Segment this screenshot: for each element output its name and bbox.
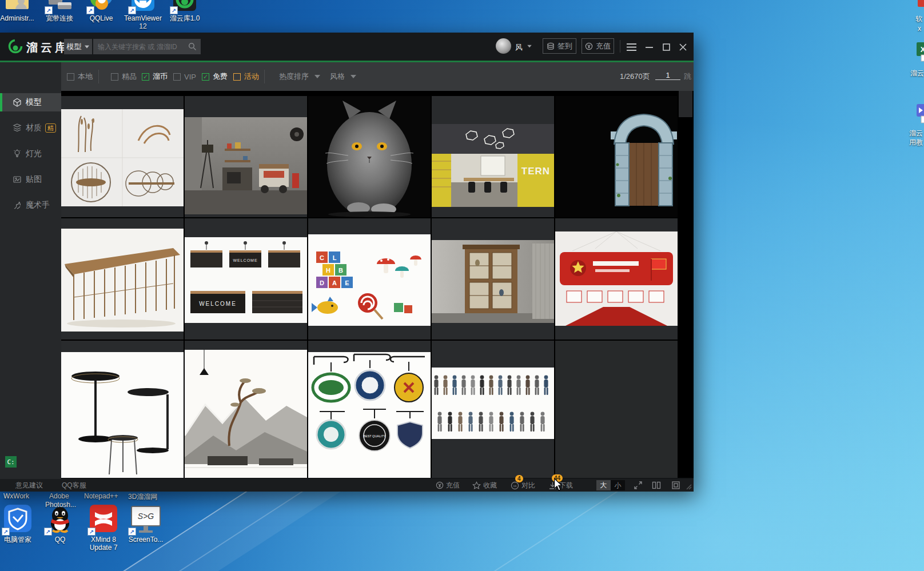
desktop-icon-broadband[interactable]: ↗ 宽带连接	[37, 0, 82, 22]
thumbnail-zen-landscape[interactable]	[185, 341, 307, 478]
filter-label: 活动	[244, 71, 259, 82]
sidebar-item-models[interactable]: 模型	[0, 93, 61, 111]
checkbox-icon[interactable]	[111, 73, 118, 81]
tutorial-file-icon	[917, 104, 924, 126]
avatar[interactable]	[496, 38, 511, 54]
minimize-button[interactable]	[643, 41, 655, 53]
sidebar-item-textures[interactable]: 贴图	[0, 170, 61, 189]
maximize-button[interactable]	[660, 41, 672, 53]
partial-icon-label-notepad[interactable]: Notepad++	[84, 492, 118, 500]
desktop-icon-administrator[interactable]: Administr...	[0, 0, 40, 22]
fullscreen-button[interactable]	[634, 479, 643, 492]
favorite-action[interactable]: 收藏	[472, 479, 497, 492]
icon-label: 溜云库1.0	[162, 14, 208, 22]
search-box[interactable]	[93, 39, 201, 54]
thumbnail-toy-blocks[interactable]: C L H B D A E	[308, 218, 431, 340]
sidebar-item-lights[interactable]: 灯光	[0, 145, 61, 163]
sort-dropdown-heat[interactable]: 热度排序	[279, 62, 320, 91]
thumbnail-wall-art[interactable]	[61, 96, 184, 217]
checkbox-checked-icon[interactable]: ✓	[202, 73, 209, 81]
icon-label: 电脑管家	[0, 536, 41, 544]
icon-label-line2: x	[918, 25, 921, 33]
thumbnail-cabinet[interactable]	[432, 218, 554, 340]
page-number-input[interactable]	[655, 71, 680, 80]
recharge-button[interactable]: 充值	[582, 38, 614, 54]
category-dropdown[interactable]: 模型	[64, 39, 92, 54]
icon-label: Administr...	[0, 14, 40, 22]
icon-label: QQLive	[78, 14, 124, 22]
partial-icon-label-adobe[interactable]: Adobe	[49, 492, 69, 500]
desktop-icon-screentogif[interactable]: S>G ↗ ScreenTo...	[123, 504, 169, 544]
icon-label: QQ	[37, 536, 83, 544]
desktop-icon-pc-manager[interactable]: ↗ 电脑管家	[0, 504, 41, 544]
app-logo-icon	[8, 39, 23, 57]
checkbox-icon[interactable]	[67, 73, 74, 81]
close-button[interactable]	[676, 41, 689, 53]
thumbnail-stone-arch[interactable]	[555, 96, 678, 217]
compare-action[interactable]: vs 对比 4	[511, 479, 535, 492]
screen-to-gif-icon: S>G ↗	[130, 504, 162, 534]
svg-text:C: C	[320, 254, 324, 261]
username[interactable]: 风	[515, 42, 523, 53]
broadband-icon: ↗	[46, 0, 73, 13]
thumbnail-pergola[interactable]	[61, 218, 184, 340]
shortcut-arrow-icon: ↗	[2, 528, 10, 536]
checkbox-icon[interactable]	[173, 73, 181, 81]
filter-premium[interactable]: 精品	[111, 62, 137, 91]
checkbox-checked-icon[interactable]: ✓	[142, 73, 149, 81]
sidebar-item-label: 贴图	[26, 174, 42, 185]
desktop-icon-qq[interactable]: ↗ QQ	[37, 504, 83, 544]
thumbnail-side-tables[interactable]	[61, 341, 184, 478]
thumbnail-cat[interactable]	[308, 96, 431, 217]
checkin-button[interactable]: 签到	[543, 38, 576, 54]
checkbox-icon[interactable]	[233, 73, 241, 81]
filter-label: 溜币	[153, 71, 168, 82]
desktop-icon-qqlive[interactable]: ↗ QQLive	[78, 0, 124, 22]
icon-label-line2: Update 7	[81, 544, 126, 552]
thumbnail-sign-badges[interactable]: BEST QUALITY	[308, 341, 431, 478]
bottom-bar: 意见建议 QQ客服 充值 收藏 vs 对比 4 下载	[0, 479, 694, 492]
thumbnail-party-wall[interactable]	[555, 218, 678, 340]
thumbnail-office[interactable]: TERN	[432, 96, 554, 217]
office-wall-text: TERN	[521, 166, 550, 177]
search-icon[interactable]	[188, 42, 197, 53]
filter-divider	[264, 70, 265, 83]
size-small-option[interactable]: 小	[611, 480, 625, 490]
sidebar-item-magic-hand[interactable]: 魔术手	[0, 196, 61, 214]
partial-icon-label-wxwork[interactable]: WxWork	[3, 492, 29, 500]
icon-label: 宽带连接	[37, 14, 82, 22]
sort-dropdown-style[interactable]: 风格	[330, 62, 356, 91]
scrollbar-thumb[interactable]	[679, 91, 692, 117]
thumbnail-vintage-room[interactable]	[185, 96, 307, 217]
excel-file-icon: X	[917, 42, 924, 64]
filter-local[interactable]: 本地	[67, 62, 93, 91]
icon-label: ScreenTo...	[123, 536, 169, 544]
size-toggle[interactable]: 大 小	[596, 480, 625, 490]
resize-grip[interactable]	[685, 483, 692, 490]
sort-label: 风格	[330, 71, 345, 82]
filter-vip[interactable]: VIP	[173, 62, 196, 91]
search-input[interactable]	[98, 39, 184, 54]
desktop-icon-xmind[interactable]: ↗ XMind 8 Update 7	[81, 504, 126, 552]
icon-label: 软	[915, 14, 922, 24]
qq-support-link[interactable]: QQ客服	[62, 479, 86, 492]
feedback-link[interactable]: 意见建议	[15, 479, 43, 492]
chevron-down-icon[interactable]	[527, 45, 532, 48]
desktop-icon-liuyunku[interactable]: ↗ 溜云库1.0	[162, 0, 208, 22]
filter-free[interactable]: ✓ 免费	[202, 62, 228, 91]
menu-button[interactable]	[625, 41, 638, 53]
size-large-option[interactable]: 大	[596, 480, 611, 490]
desktop-icon-teamviewer[interactable]: ↗ TeamViewer 12	[120, 0, 166, 30]
partial-icon-label-3d66[interactable]: 3D溜溜网	[128, 492, 157, 502]
thumbnail-reception-desks[interactable]: WELCOME WELCOME	[185, 218, 307, 340]
icon-label: 溜云	[909, 129, 923, 138]
split-view-button[interactable]	[652, 479, 661, 492]
filter-liucoin[interactable]: ✓ 溜币	[142, 62, 168, 91]
filter-activity[interactable]: 活动	[233, 62, 259, 91]
preview-mode-button[interactable]	[671, 479, 680, 492]
welcome-sign-text: WELCOME	[233, 258, 257, 262]
sidebar-item-materials[interactable]: 材质 精	[0, 119, 61, 137]
recharge-action[interactable]: 充值	[436, 479, 460, 492]
jump-button[interactable]: 跳	[684, 62, 691, 91]
thumbnail-people-set[interactable]	[432, 341, 554, 478]
